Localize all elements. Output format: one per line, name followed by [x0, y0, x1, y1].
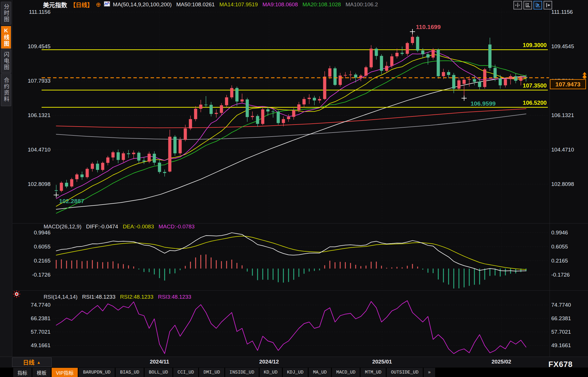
candle: [308, 98, 311, 99]
candle: [297, 104, 301, 110]
indicator-value-label: MACD:-0.0783: [159, 224, 195, 230]
period-selector[interactable]: 日线 ▲: [12, 357, 52, 367]
right-edge-icon[interactable]: [544, 1, 552, 9]
candle: [60, 183, 63, 191]
axis-label: 0.6055: [551, 244, 588, 250]
pan-crosshair-icon[interactable]: [513, 1, 522, 9]
candle: [127, 153, 130, 154]
toolbar-button-mtmud[interactable]: MTM_UD: [361, 368, 386, 377]
candle: [494, 68, 497, 78]
toolbar-button-barupdnud[interactable]: BARUPDN_UD: [79, 368, 115, 377]
axis-label: 0.6055: [13, 244, 50, 250]
toolbar-button-[interactable]: 模板: [32, 368, 51, 377]
candle: [179, 140, 182, 153]
ma-value-label: MA9:108.0608: [262, 1, 298, 8]
candle: [406, 43, 409, 54]
candle: [112, 152, 115, 158]
candle: [365, 67, 368, 76]
indicator-toolbar: 指标模板VIP指标BARUPDN_UDBIAS_UDBOLL_UDCCI_UDD…: [0, 368, 588, 377]
candle: [272, 111, 275, 112]
toolbar-button-outsideud[interactable]: OUTSIDE_UD: [387, 368, 423, 377]
candle: [91, 164, 94, 169]
sidebar-item-0[interactable]: 分时图: [1, 2, 11, 25]
period-label: 日线: [23, 358, 34, 366]
toolbar-button-maud[interactable]: MA_UD: [309, 368, 331, 377]
candle: [101, 163, 104, 170]
chart-header: 美元指数 【日线】 ⊕ MA(50,14,9,20,100,200)MA50:1…: [43, 1, 378, 8]
candle: [292, 110, 295, 117]
candle: [75, 174, 79, 179]
candle: [370, 49, 373, 67]
extreme-price-label: 106.9599: [470, 100, 496, 107]
level-price-label: 107.3500: [523, 82, 547, 89]
candle: [96, 164, 99, 170]
indicator-value-label: DIFF:-0.0474: [86, 224, 118, 230]
candle: [421, 50, 425, 54]
toolbar-button-kdud[interactable]: KD_UD: [260, 368, 282, 377]
current-price-tag[interactable]: 107.9473: [550, 79, 586, 89]
date-axis-label: 2025/01: [372, 359, 392, 365]
axis-label: 57.7021: [551, 329, 588, 335]
candle: [303, 99, 306, 104]
toolbar-button-dmiud[interactable]: DMI_UD: [199, 368, 224, 377]
toolbar-button-[interactable]: 指标: [13, 368, 32, 377]
candle: [478, 82, 481, 87]
candle: [189, 119, 192, 129]
axis-play-icon[interactable]: [534, 1, 542, 9]
date-axis-label: 2024/11: [150, 359, 169, 365]
axis-separator: [550, 0, 550, 357]
candle: [328, 68, 332, 77]
toolbar-button-vip[interactable]: VIP指标: [52, 368, 78, 377]
candle: [287, 117, 290, 119]
date-axis-label: 2024/12: [259, 359, 279, 365]
mini-chart-icon[interactable]: [104, 1, 110, 8]
axis-label: 106.1321: [13, 112, 50, 118]
axis-scale-icon[interactable]: [523, 1, 532, 9]
candle: [473, 79, 476, 82]
candle: [199, 105, 203, 109]
toolbar-button-[interactable]: »: [424, 368, 435, 377]
candle: [184, 129, 187, 140]
toolbar-button-biasud[interactable]: BIAS_UD: [116, 368, 143, 377]
chevron-up-icon: ▲: [37, 360, 41, 365]
candle: [318, 99, 321, 100]
period-tag[interactable]: 【日线】: [70, 1, 93, 9]
axis-label: 106.1321: [551, 112, 588, 118]
candle: [163, 172, 166, 173]
candle: [488, 44, 492, 68]
axis-label: 66.2381: [551, 315, 588, 322]
axis-label: 104.4710: [13, 147, 50, 153]
sidebar-item-3[interactable]: 合约资料: [1, 73, 11, 106]
quote-plus-icon[interactable]: ⊕: [96, 1, 101, 8]
candle: [483, 69, 486, 87]
toolbar-button-macdud[interactable]: MACD_UD: [332, 368, 360, 377]
candle: [334, 68, 337, 85]
axis-label: 0.9946: [13, 230, 50, 236]
axis-label: 109.4545: [551, 43, 588, 50]
axis-label: 49.1661: [551, 342, 588, 349]
axis-label: 0.2165: [551, 258, 588, 264]
indicator-value-label: RSI2:48.1233: [120, 294, 153, 300]
candle: [210, 105, 213, 114]
indicator-value-label: RSI3:48.1233: [158, 294, 191, 300]
axis-label: 57.7021: [13, 329, 50, 335]
candle: [514, 76, 517, 81]
toolbar-button-kdjud[interactable]: KDJ_UD: [283, 368, 308, 377]
ma-value-label: MA100:106.2: [346, 1, 378, 8]
axis-label: -0.1726: [13, 272, 50, 278]
axis-label: 111.1156: [13, 9, 50, 15]
candle: [65, 183, 68, 186]
alert-sun-icon[interactable]: [13, 290, 20, 299]
sidebar-item-2[interactable]: 闪电图: [1, 49, 11, 73]
candle: [81, 174, 84, 177]
left-sidebar: 分时图K线图闪电图合约资料: [0, 0, 12, 357]
candle: [86, 169, 89, 177]
sidebar-item-1[interactable]: K线图: [1, 26, 11, 49]
extreme-price-label: 102.2887: [59, 198, 84, 204]
toolbar-button-cciud[interactable]: CCI_UD: [173, 368, 198, 377]
toolbar-button-insideud[interactable]: INSIDE_UD: [225, 368, 258, 377]
candle: [282, 119, 285, 123]
toolbar-button-bollud[interactable]: BOLL_UD: [145, 368, 172, 377]
candle: [349, 75, 352, 75]
candle: [416, 37, 419, 50]
